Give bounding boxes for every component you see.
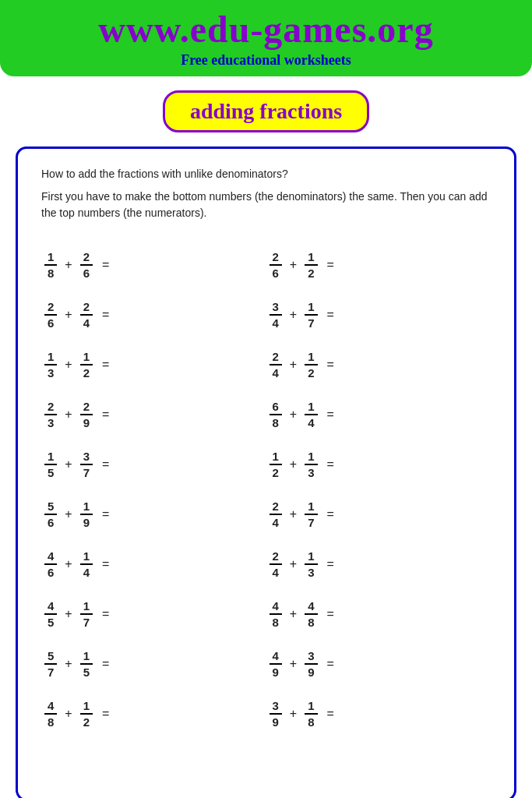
equals-sign: = [102, 358, 109, 372]
worksheet-title: adding fractions [163, 90, 369, 132]
plus-sign: + [290, 707, 297, 721]
plus-sign: + [65, 258, 72, 272]
problem-right-4: 1 2 + 1 3 = [266, 440, 491, 489]
equals-sign: = [102, 258, 109, 272]
equals-sign: = [102, 507, 109, 521]
problem-left-4: 1 5 + 3 7 = [41, 440, 266, 489]
plus-sign: + [65, 607, 72, 621]
plus-sign: + [290, 258, 297, 272]
plus-sign: + [290, 408, 297, 422]
fraction: 5 6 [44, 500, 57, 529]
plus-sign: + [65, 457, 72, 471]
instruction-1: How to add the fractions with unlike den… [41, 166, 491, 182]
fraction: 1 9 [80, 500, 93, 529]
fraction: 4 5 [44, 599, 57, 629]
fraction: 1 8 [44, 250, 57, 280]
equals-sign: = [102, 607, 109, 621]
fraction: 1 3 [305, 450, 317, 479]
plus-sign: + [290, 557, 297, 571]
plus-sign: + [290, 308, 297, 322]
fraction: 4 8 [270, 599, 282, 629]
fraction: 1 7 [305, 300, 317, 330]
equals-sign: = [327, 707, 334, 721]
fraction: 6 8 [270, 400, 282, 429]
site-subtitle: Free educational worksheets [16, 52, 516, 69]
equals-sign: = [327, 507, 334, 521]
equals-sign: = [327, 258, 334, 272]
main-content: adding fractions How to add the fraction… [0, 76, 532, 798]
fraction: 4 8 [44, 699, 57, 729]
fraction: 2 6 [80, 250, 93, 280]
plus-sign: + [65, 557, 72, 571]
equals-sign: = [327, 657, 334, 671]
fraction: 1 5 [44, 450, 57, 479]
problem-right-0: 2 6 + 1 2 = [266, 240, 491, 290]
equals-sign: = [102, 707, 109, 721]
problem-right-7: 4 8 + 4 8 = [266, 589, 491, 639]
fraction: 1 2 [305, 350, 317, 380]
fraction: 1 2 [80, 350, 93, 380]
fraction: 1 5 [80, 649, 93, 679]
plus-sign: + [65, 707, 72, 721]
problem-right-9: 3 9 + 1 8 = [266, 689, 491, 739]
fraction: 3 9 [270, 699, 282, 729]
fraction: 2 4 [270, 549, 282, 579]
instruction-2: First you have to make the bottom number… [41, 189, 491, 221]
problem-left-5: 5 6 + 1 9 = [41, 489, 266, 539]
problem-left-6: 4 6 + 1 4 = [41, 539, 266, 589]
fraction: 2 4 [270, 500, 282, 529]
fraction: 2 9 [80, 400, 93, 429]
problem-left-8: 5 7 + 1 5 = [41, 639, 266, 689]
problem-left-3: 2 3 + 2 9 = [41, 390, 266, 440]
fraction: 4 6 [44, 549, 57, 579]
fraction: 1 8 [305, 699, 317, 729]
equals-sign: = [327, 457, 334, 471]
equals-sign: = [327, 358, 334, 372]
fraction: 4 9 [270, 649, 282, 679]
fraction: 1 2 [270, 450, 282, 479]
problem-right-6: 2 4 + 1 3 = [266, 539, 491, 589]
plus-sign: + [65, 657, 72, 671]
plus-sign: + [290, 457, 297, 471]
problem-right-3: 6 8 + 1 4 = [266, 390, 491, 440]
fraction: 3 7 [80, 450, 93, 479]
equals-sign: = [327, 308, 334, 322]
problem-right-5: 2 4 + 1 7 = [266, 489, 491, 539]
plus-sign: + [65, 507, 72, 521]
equals-sign: = [102, 408, 109, 422]
fraction: 2 4 [80, 300, 93, 330]
plus-sign: + [290, 657, 297, 671]
plus-sign: + [65, 308, 72, 322]
problems-grid: 1 8 + 2 6 = 2 6 + 1 2 = 2 6 [41, 240, 491, 739]
fraction: 2 6 [270, 250, 282, 280]
problem-left-1: 2 6 + 2 4 = [41, 290, 266, 340]
fraction: 3 9 [305, 649, 317, 679]
fraction: 1 3 [44, 350, 57, 380]
header: www.edu-games.org Free educational works… [0, 0, 532, 76]
equals-sign: = [102, 457, 109, 471]
problem-left-0: 1 8 + 2 6 = [41, 240, 266, 290]
problem-left-2: 1 3 + 1 2 = [41, 340, 266, 390]
fraction: 1 2 [305, 250, 317, 280]
worksheet-title-container: adding fractions [16, 90, 516, 132]
problem-right-1: 3 4 + 1 7 = [266, 290, 491, 340]
equals-sign: = [102, 657, 109, 671]
fraction: 2 4 [270, 350, 282, 380]
site-title: www.edu-games.org [16, 9, 516, 51]
fraction: 2 6 [44, 300, 57, 330]
plus-sign: + [290, 607, 297, 621]
problem-right-2: 2 4 + 1 2 = [266, 340, 491, 390]
equals-sign: = [102, 308, 109, 322]
fraction: 3 4 [270, 300, 282, 330]
instructions: How to add the fractions with unlike den… [41, 166, 491, 221]
worksheet-box: How to add the fractions with unlike den… [16, 147, 516, 798]
equals-sign: = [327, 557, 334, 571]
fraction: 4 8 [305, 599, 317, 629]
equals-sign: = [102, 557, 109, 571]
problem-right-8: 4 9 + 3 9 = [266, 639, 491, 689]
plus-sign: + [290, 358, 297, 372]
equals-sign: = [327, 408, 334, 422]
fraction: 1 3 [305, 549, 317, 579]
equals-sign: = [327, 607, 334, 621]
fraction: 1 7 [305, 500, 317, 529]
